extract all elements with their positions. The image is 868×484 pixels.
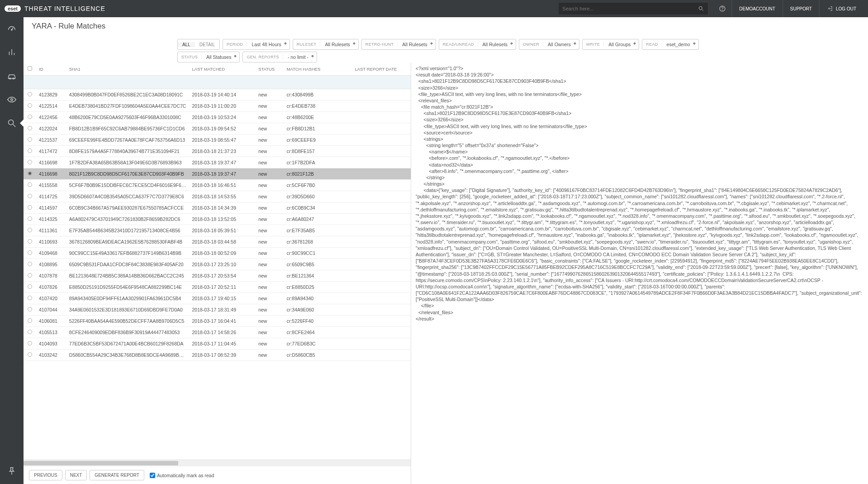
- brand: eset THREAT INTELLIGENCE: [5, 5, 105, 12]
- account-link[interactable]: DEMOACCOUNT: [731, 0, 782, 17]
- svg-line-1: [702, 10, 703, 11]
- svg-point-3: [722, 10, 723, 10]
- search-icon: [698, 5, 704, 12]
- global-search[interactable]: [559, 3, 708, 14]
- search-input[interactable]: [562, 6, 698, 11]
- brand-title: THREAT INTELLIGENCE: [24, 5, 105, 12]
- brand-logo: eset: [5, 5, 21, 12]
- logout-link[interactable]: LOG OUT: [819, 0, 863, 17]
- support-link[interactable]: SUPPORT: [783, 0, 819, 17]
- topbar: eset THREAT INTELLIGENCE DEMOACCOUNT SUP…: [0, 0, 868, 17]
- help-icon[interactable]: [713, 0, 731, 17]
- logout-icon: [827, 5, 833, 12]
- svg-point-0: [699, 6, 702, 10]
